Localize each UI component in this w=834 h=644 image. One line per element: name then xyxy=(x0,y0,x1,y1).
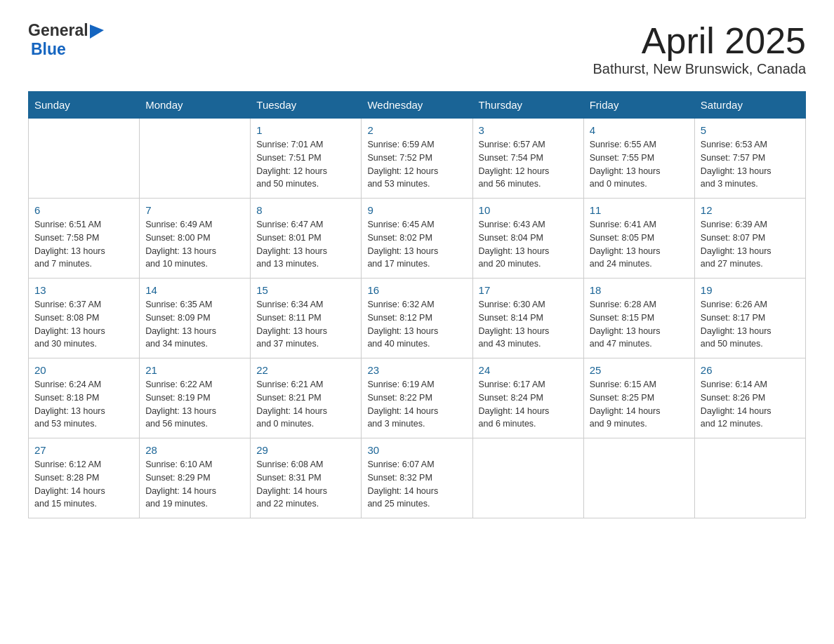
calendar-cell xyxy=(29,119,140,199)
day-of-week-header: Tuesday xyxy=(251,92,362,119)
day-info: Sunrise: 7:01 AM Sunset: 7:51 PM Dayligh… xyxy=(256,138,355,191)
day-info: Sunrise: 6:49 AM Sunset: 8:00 PM Dayligh… xyxy=(145,218,244,271)
day-info: Sunrise: 6:32 AM Sunset: 8:12 PM Dayligh… xyxy=(367,298,466,351)
day-of-week-header: Sunday xyxy=(29,92,140,119)
day-number: 28 xyxy=(145,444,244,456)
calendar-table: SundayMondayTuesdayWednesdayThursdayFrid… xyxy=(28,91,806,518)
day-number: 14 xyxy=(145,284,244,296)
day-number: 2 xyxy=(367,124,466,136)
day-info: Sunrise: 6:22 AM Sunset: 8:19 PM Dayligh… xyxy=(145,378,244,431)
day-info: Sunrise: 6:10 AM Sunset: 8:29 PM Dayligh… xyxy=(145,458,244,511)
day-info: Sunrise: 6:43 AM Sunset: 8:04 PM Dayligh… xyxy=(479,218,578,271)
logo: General Blue xyxy=(28,21,104,59)
svg-marker-0 xyxy=(90,25,104,39)
calendar-cell: 7Sunrise: 6:49 AM Sunset: 8:00 PM Daylig… xyxy=(140,199,251,279)
day-number: 15 xyxy=(256,284,355,296)
day-number: 16 xyxy=(367,284,466,296)
day-number: 30 xyxy=(367,444,466,456)
day-number: 17 xyxy=(479,284,578,296)
day-info: Sunrise: 6:19 AM Sunset: 8:22 PM Dayligh… xyxy=(367,378,466,431)
calendar-week-row: 6Sunrise: 6:51 AM Sunset: 7:58 PM Daylig… xyxy=(29,199,806,279)
calendar-week-row: 1Sunrise: 7:01 AM Sunset: 7:51 PM Daylig… xyxy=(29,119,806,199)
day-of-week-header: Wednesday xyxy=(362,92,472,119)
logo-triangle-icon xyxy=(90,25,104,39)
calendar-cell: 23Sunrise: 6:19 AM Sunset: 8:22 PM Dayli… xyxy=(362,358,472,438)
day-number: 3 xyxy=(479,124,578,136)
day-info: Sunrise: 6:57 AM Sunset: 7:54 PM Dayligh… xyxy=(479,138,578,191)
calendar-cell: 2Sunrise: 6:59 AM Sunset: 7:52 PM Daylig… xyxy=(362,119,472,199)
day-info: Sunrise: 6:07 AM Sunset: 8:32 PM Dayligh… xyxy=(367,458,466,511)
calendar-cell: 28Sunrise: 6:10 AM Sunset: 8:29 PM Dayli… xyxy=(140,438,251,518)
day-number: 20 xyxy=(34,364,133,376)
day-info: Sunrise: 6:51 AM Sunset: 7:58 PM Dayligh… xyxy=(34,218,133,271)
calendar-cell: 3Sunrise: 6:57 AM Sunset: 7:54 PM Daylig… xyxy=(472,119,583,199)
day-info: Sunrise: 6:53 AM Sunset: 7:57 PM Dayligh… xyxy=(701,138,800,191)
day-info: Sunrise: 6:24 AM Sunset: 8:18 PM Dayligh… xyxy=(34,378,133,431)
calendar-cell: 11Sunrise: 6:41 AM Sunset: 8:05 PM Dayli… xyxy=(583,199,694,279)
day-number: 11 xyxy=(590,204,689,216)
calendar-cell: 14Sunrise: 6:35 AM Sunset: 8:09 PM Dayli… xyxy=(140,279,251,358)
calendar-cell: 21Sunrise: 6:22 AM Sunset: 8:19 PM Dayli… xyxy=(140,358,251,438)
day-number: 10 xyxy=(479,204,578,216)
title-block: April 2025 Bathurst, New Brunswick, Cana… xyxy=(593,21,806,77)
day-info: Sunrise: 6:26 AM Sunset: 8:17 PM Dayligh… xyxy=(701,298,800,351)
calendar-cell: 22Sunrise: 6:21 AM Sunset: 8:21 PM Dayli… xyxy=(251,358,362,438)
day-number: 8 xyxy=(256,204,355,216)
day-info: Sunrise: 6:34 AM Sunset: 8:11 PM Dayligh… xyxy=(256,298,355,351)
calendar-cell: 16Sunrise: 6:32 AM Sunset: 8:12 PM Dayli… xyxy=(362,279,472,358)
day-number: 12 xyxy=(701,204,800,216)
calendar-cell: 6Sunrise: 6:51 AM Sunset: 7:58 PM Daylig… xyxy=(29,199,140,279)
day-number: 26 xyxy=(701,364,800,376)
calendar-cell: 15Sunrise: 6:34 AM Sunset: 8:11 PM Dayli… xyxy=(251,279,362,358)
calendar-header: SundayMondayTuesdayWednesdayThursdayFrid… xyxy=(29,92,806,119)
calendar-cell: 24Sunrise: 6:17 AM Sunset: 8:24 PM Dayli… xyxy=(472,358,583,438)
calendar-week-row: 27Sunrise: 6:12 AM Sunset: 8:28 PM Dayli… xyxy=(29,438,806,518)
calendar-cell: 10Sunrise: 6:43 AM Sunset: 8:04 PM Dayli… xyxy=(472,199,583,279)
day-info: Sunrise: 6:59 AM Sunset: 7:52 PM Dayligh… xyxy=(367,138,466,191)
calendar-cell: 1Sunrise: 7:01 AM Sunset: 7:51 PM Daylig… xyxy=(251,119,362,199)
day-number: 29 xyxy=(256,444,355,456)
page-header: General Blue April 2025 Bathurst, New Br… xyxy=(28,21,806,77)
calendar-cell: 20Sunrise: 6:24 AM Sunset: 8:18 PM Dayli… xyxy=(29,358,140,438)
day-info: Sunrise: 6:15 AM Sunset: 8:25 PM Dayligh… xyxy=(590,378,689,431)
calendar-cell: 17Sunrise: 6:30 AM Sunset: 8:14 PM Dayli… xyxy=(472,279,583,358)
calendar-cell: 12Sunrise: 6:39 AM Sunset: 8:07 PM Dayli… xyxy=(694,199,805,279)
day-of-week-header: Saturday xyxy=(694,92,805,119)
day-info: Sunrise: 6:08 AM Sunset: 8:31 PM Dayligh… xyxy=(256,458,355,511)
calendar-cell: 13Sunrise: 6:37 AM Sunset: 8:08 PM Dayli… xyxy=(29,279,140,358)
day-of-week-header: Friday xyxy=(583,92,694,119)
calendar-cell: 5Sunrise: 6:53 AM Sunset: 7:57 PM Daylig… xyxy=(694,119,805,199)
logo-blue-text: Blue xyxy=(31,40,66,59)
day-number: 18 xyxy=(590,284,689,296)
day-info: Sunrise: 6:39 AM Sunset: 8:07 PM Dayligh… xyxy=(701,218,800,271)
day-info: Sunrise: 6:14 AM Sunset: 8:26 PM Dayligh… xyxy=(701,378,800,431)
calendar-cell: 9Sunrise: 6:45 AM Sunset: 8:02 PM Daylig… xyxy=(362,199,472,279)
calendar-cell: 19Sunrise: 6:26 AM Sunset: 8:17 PM Dayli… xyxy=(694,279,805,358)
day-of-week-header: Monday xyxy=(140,92,251,119)
day-number: 19 xyxy=(701,284,800,296)
calendar-cell: 18Sunrise: 6:28 AM Sunset: 8:15 PM Dayli… xyxy=(583,279,694,358)
calendar-cell: 30Sunrise: 6:07 AM Sunset: 8:32 PM Dayli… xyxy=(362,438,472,518)
day-number: 5 xyxy=(701,124,800,136)
calendar-subtitle: Bathurst, New Brunswick, Canada xyxy=(593,61,806,77)
day-info: Sunrise: 6:37 AM Sunset: 8:08 PM Dayligh… xyxy=(34,298,133,351)
calendar-week-row: 13Sunrise: 6:37 AM Sunset: 8:08 PM Dayli… xyxy=(29,279,806,358)
calendar-week-row: 20Sunrise: 6:24 AM Sunset: 8:18 PM Dayli… xyxy=(29,358,806,438)
day-number: 1 xyxy=(256,124,355,136)
day-number: 21 xyxy=(145,364,244,376)
day-info: Sunrise: 6:35 AM Sunset: 8:09 PM Dayligh… xyxy=(145,298,244,351)
day-number: 27 xyxy=(34,444,133,456)
calendar-body: 1Sunrise: 7:01 AM Sunset: 7:51 PM Daylig… xyxy=(29,119,806,518)
day-of-week-header: Thursday xyxy=(472,92,583,119)
calendar-cell: 29Sunrise: 6:08 AM Sunset: 8:31 PM Dayli… xyxy=(251,438,362,518)
day-info: Sunrise: 6:12 AM Sunset: 8:28 PM Dayligh… xyxy=(34,458,133,511)
day-number: 9 xyxy=(367,204,466,216)
day-number: 23 xyxy=(367,364,466,376)
calendar-cell: 8Sunrise: 6:47 AM Sunset: 8:01 PM Daylig… xyxy=(251,199,362,279)
day-number: 4 xyxy=(590,124,689,136)
days-of-week-row: SundayMondayTuesdayWednesdayThursdayFrid… xyxy=(29,92,806,119)
calendar-cell: 4Sunrise: 6:55 AM Sunset: 7:55 PM Daylig… xyxy=(583,119,694,199)
day-info: Sunrise: 6:17 AM Sunset: 8:24 PM Dayligh… xyxy=(479,378,578,431)
day-info: Sunrise: 6:28 AM Sunset: 8:15 PM Dayligh… xyxy=(590,298,689,351)
calendar-cell: 25Sunrise: 6:15 AM Sunset: 8:25 PM Dayli… xyxy=(583,358,694,438)
